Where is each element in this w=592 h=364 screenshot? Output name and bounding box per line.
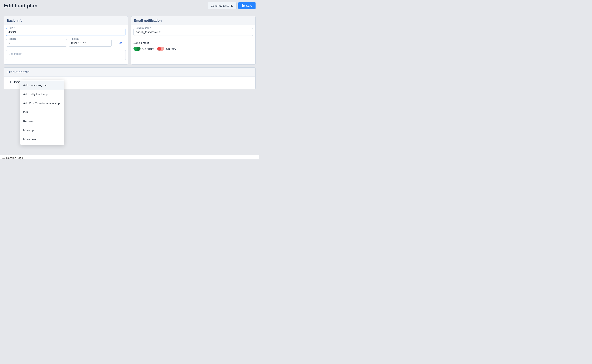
retries-interval-row: Retries * Interval * Set xyxy=(6,39,126,47)
on-failure-toggle[interactable] xyxy=(133,47,141,51)
tree-root-label: JSON xyxy=(13,81,21,84)
menu-move-up[interactable]: Move up xyxy=(20,126,64,135)
email-body: Status e-mail * Send email: On failure O… xyxy=(131,25,255,64)
generate-dag-label: Generate DAG file xyxy=(211,4,234,7)
execution-tree-title: Execution tree xyxy=(7,70,253,74)
interval-field-wrap: Interval * xyxy=(69,39,111,47)
menu-add-entity-load-step[interactable]: Add entity load step xyxy=(20,90,64,99)
retries-field-wrap: Retries * xyxy=(6,39,67,47)
on-failure-label: On failure xyxy=(142,47,154,50)
top-row: Basic info Title * Retries * Interval * xyxy=(4,16,255,65)
save-label: Save xyxy=(246,4,252,7)
basic-info-header: Basic info xyxy=(4,16,128,25)
menu-add-processing-step[interactable]: Add processing step xyxy=(20,81,64,90)
email-toggles: On failure On retry xyxy=(133,47,253,51)
generate-dag-button[interactable]: Generate DAG file xyxy=(208,2,237,9)
on-retry-label: On retry xyxy=(166,47,176,50)
save-icon xyxy=(241,4,245,7)
status-email-wrap: Status e-mail * xyxy=(133,28,253,36)
on-retry-toggle[interactable] xyxy=(157,47,164,51)
interval-input[interactable] xyxy=(69,39,111,47)
menu-add-rule-transformation-step[interactable]: Add Rule Transformation step xyxy=(20,99,64,108)
on-failure-group: On failure xyxy=(133,47,154,51)
title-field-wrap: Title * xyxy=(6,28,126,36)
basic-info-body: Title * Retries * Interval * Set xyxy=(4,25,128,64)
status-email-label: Status e-mail * xyxy=(136,27,151,29)
send-email-label: Send email: xyxy=(133,41,253,45)
session-logs-icon xyxy=(2,156,5,159)
basic-info-panel: Basic info Title * Retries * Interval * xyxy=(4,16,128,65)
interval-field-label: Interval * xyxy=(71,38,81,40)
tree-context-menu: Add processing step Add entity load step… xyxy=(20,80,64,145)
header-actions: Generate DAG file Save xyxy=(208,2,255,9)
main-content: Basic info Title * Retries * Interval * xyxy=(0,12,259,89)
description-field-wrap xyxy=(6,50,126,61)
retries-input[interactable] xyxy=(6,39,67,47)
save-button[interactable]: Save xyxy=(238,2,255,9)
page-title: Edit load plan xyxy=(4,3,38,9)
chevron-right-icon xyxy=(9,81,11,83)
retries-field-label: Retries * xyxy=(8,38,18,40)
title-input[interactable] xyxy=(6,28,126,36)
title-field-label: Title * xyxy=(8,27,15,29)
description-input[interactable] xyxy=(6,50,126,60)
execution-tree-header: Execution tree xyxy=(4,68,255,77)
on-retry-group: On retry xyxy=(157,47,176,51)
menu-move-down[interactable]: Move down xyxy=(20,135,64,144)
menu-remove[interactable]: Remove xyxy=(20,117,64,126)
email-notification-panel: Email notification Status e-mail * Send … xyxy=(131,16,255,65)
email-title: Email notification xyxy=(134,19,253,23)
footer: Session Logs xyxy=(0,155,259,159)
email-header: Email notification xyxy=(131,16,255,25)
basic-info-title: Basic info xyxy=(7,19,125,23)
set-interval-button[interactable]: Set xyxy=(113,39,126,47)
status-email-input[interactable] xyxy=(133,28,253,36)
menu-edit[interactable]: Edit xyxy=(20,108,64,117)
session-logs-label[interactable]: Session Logs xyxy=(6,156,23,159)
page-header: Edit load plan Generate DAG file Save xyxy=(0,0,259,12)
